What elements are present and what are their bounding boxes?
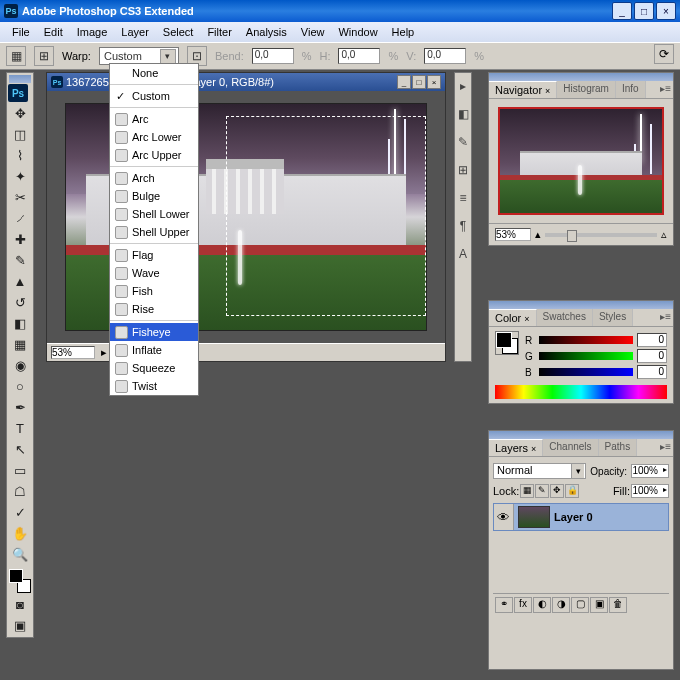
brush-tool[interactable]: ✎ — [9, 250, 31, 270]
doc-close[interactable]: × — [427, 75, 441, 89]
doc-minimize[interactable]: _ — [397, 75, 411, 89]
visibility-icon[interactable]: 👁 — [494, 504, 514, 530]
b-slider[interactable] — [539, 368, 633, 376]
lasso-tool[interactable]: ⌇ — [9, 145, 31, 165]
color-swatch[interactable] — [495, 331, 519, 355]
tab-paths[interactable]: Paths — [599, 439, 638, 456]
warp-shell-lower[interactable]: Shell Lower — [110, 205, 198, 223]
move-tool[interactable]: ✥ — [9, 103, 31, 123]
tab-info[interactable]: Info — [616, 81, 646, 98]
warp-squeeze[interactable]: Squeeze — [110, 359, 198, 377]
warp-arc-upper[interactable]: Arc Upper — [110, 146, 198, 164]
stamp-tool[interactable]: ▲ — [9, 271, 31, 291]
hand-tool[interactable]: ✋ — [9, 523, 31, 543]
nav-zoom-slider[interactable] — [545, 233, 657, 237]
panel-menu-icon[interactable]: ▸≡ — [660, 441, 671, 452]
zoom-out-icon[interactable]: ▴ — [535, 228, 541, 241]
tab-styles[interactable]: Styles — [593, 309, 633, 326]
navigator-thumb[interactable] — [498, 107, 664, 215]
minimize-button[interactable]: _ — [612, 2, 632, 20]
panel-collapse[interactable] — [489, 73, 673, 81]
tab-layers[interactable]: Layers× — [489, 439, 543, 456]
panel-menu-icon[interactable]: ▸≡ — [660, 83, 671, 94]
grid-icon[interactable]: ⊞ — [34, 46, 54, 66]
spectrum[interactable] — [495, 385, 667, 399]
zoom-in-icon[interactable]: ▵ — [661, 228, 667, 241]
color-swatch[interactable] — [9, 569, 31, 593]
type-tool[interactable]: T — [9, 418, 31, 438]
gradient-tool[interactable]: ▦ — [9, 334, 31, 354]
warp-arc[interactable]: Arc — [110, 110, 198, 128]
r-slider[interactable] — [539, 336, 633, 344]
warp-inflate[interactable]: Inflate — [110, 341, 198, 359]
zoom-tool[interactable]: 🔍 — [9, 544, 31, 564]
warp-fish[interactable]: Fish — [110, 282, 198, 300]
warp-rise[interactable]: Rise — [110, 300, 198, 318]
crop-tool[interactable]: ✂ — [9, 187, 31, 207]
tab-swatches[interactable]: Swatches — [537, 309, 593, 326]
close-button[interactable]: × — [656, 2, 676, 20]
dock-icon-6[interactable]: ¶ — [456, 219, 470, 233]
doc-status[interactable]: ▸ — [101, 346, 107, 359]
warp-fisheye[interactable]: Fisheye — [110, 323, 198, 341]
zoom-field[interactable] — [51, 346, 95, 359]
layer-row[interactable]: 👁 Layer 0 — [493, 503, 669, 531]
warp-arc-lower[interactable]: Arc Lower — [110, 128, 198, 146]
fx-icon[interactable]: fx — [514, 597, 532, 613]
v-field[interactable]: 0,0 — [424, 48, 466, 64]
doc-maximize[interactable]: □ — [412, 75, 426, 89]
screenmode-tool[interactable]: ▣ — [9, 615, 31, 635]
dock-icon-1[interactable]: ▸ — [456, 79, 470, 93]
layer-thumb[interactable] — [518, 506, 550, 528]
slice-tool[interactable]: ⟋ — [9, 208, 31, 228]
warp-twist[interactable]: Twist — [110, 377, 198, 395]
layer-name[interactable]: Layer 0 — [554, 511, 593, 523]
r-value[interactable]: 0 — [637, 333, 667, 347]
selection-marquee[interactable] — [226, 116, 426, 316]
adjustment-icon[interactable]: ◑ — [552, 597, 570, 613]
maximize-button[interactable]: □ — [634, 2, 654, 20]
warp-custom[interactable]: Custom — [110, 87, 198, 105]
g-slider[interactable] — [539, 352, 633, 360]
notes-tool[interactable]: ☖ — [9, 481, 31, 501]
tab-histogram[interactable]: Histogram — [557, 81, 616, 98]
mask-icon[interactable]: ◐ — [533, 597, 551, 613]
bend-field[interactable]: 0,0 — [252, 48, 294, 64]
wand-tool[interactable]: ✦ — [9, 166, 31, 186]
menu-image[interactable]: Image — [71, 24, 114, 40]
menu-edit[interactable]: Edit — [38, 24, 69, 40]
lock-transparency[interactable]: ▦ — [520, 484, 534, 498]
nav-zoom-field[interactable] — [495, 228, 531, 241]
transform-icon[interactable]: ▦ — [6, 46, 26, 66]
fill-field[interactable]: 100% — [631, 484, 669, 498]
tab-channels[interactable]: Channels — [543, 439, 598, 456]
menu-file[interactable]: File — [6, 24, 36, 40]
history-brush-tool[interactable]: ↺ — [9, 292, 31, 312]
lock-all[interactable]: 🔒 — [565, 484, 579, 498]
heal-tool[interactable]: ✚ — [9, 229, 31, 249]
menu-select[interactable]: Select — [157, 24, 200, 40]
b-value[interactable]: 0 — [637, 365, 667, 379]
tab-navigator[interactable]: Navigator× — [489, 81, 557, 98]
toolbox-grip[interactable] — [9, 75, 31, 83]
g-value[interactable]: 0 — [637, 349, 667, 363]
quickmask-tool[interactable]: ◙ — [9, 594, 31, 614]
warp-arch[interactable]: Arch — [110, 169, 198, 187]
marquee-tool[interactable]: ◫ — [9, 124, 31, 144]
menu-view[interactable]: View — [295, 24, 331, 40]
pen-tool[interactable]: ✒ — [9, 397, 31, 417]
dock-icon-7[interactable]: A — [456, 247, 470, 261]
canvas-area[interactable]: None Custom Arc Arc Lower Arc Upper Arch… — [47, 91, 445, 343]
h-field[interactable]: 0,0 — [338, 48, 380, 64]
delete-icon[interactable]: 🗑 — [609, 597, 627, 613]
warp-flag[interactable]: Flag — [110, 246, 198, 264]
dock-icon-2[interactable]: ◧ — [456, 107, 470, 121]
new-layer-icon[interactable]: ▣ — [590, 597, 608, 613]
lock-position[interactable]: ✥ — [550, 484, 564, 498]
panel-collapse[interactable] — [489, 301, 673, 309]
warp-shell-upper[interactable]: Shell Upper — [110, 223, 198, 241]
menu-filter[interactable]: Filter — [201, 24, 237, 40]
dock-icon-3[interactable]: ✎ — [456, 135, 470, 149]
dock-icon-5[interactable]: ≡ — [456, 191, 470, 205]
opacity-field[interactable]: 100% — [631, 464, 669, 478]
